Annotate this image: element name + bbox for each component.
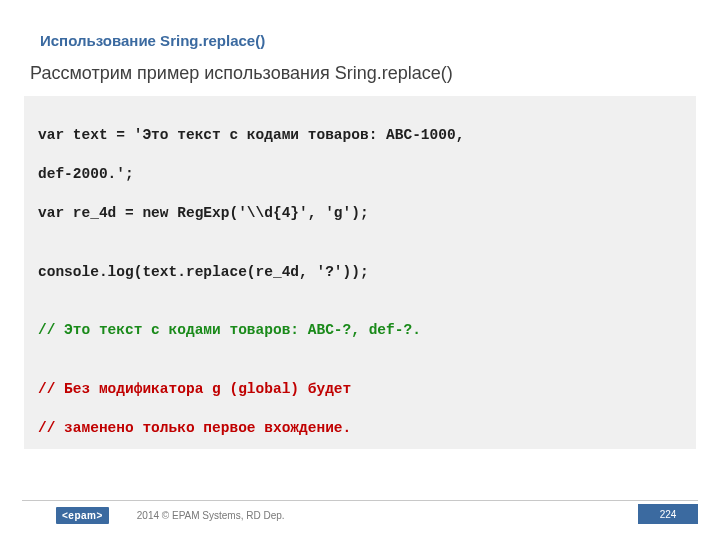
slide-subtitle: Рассмотрим пример использования Sring.re… bbox=[0, 49, 720, 84]
footer-divider bbox=[22, 500, 698, 501]
footer-content: <epam> 2014 © EPAM Systems, RD Dep. 224 bbox=[0, 507, 720, 524]
copyright-text: 2014 © EPAM Systems, RD Dep. bbox=[137, 510, 285, 521]
footer: <epam> 2014 © EPAM Systems, RD Dep. 224 bbox=[0, 500, 720, 526]
code-line: var text = 'Это текст с кодами товаров: … bbox=[38, 126, 682, 146]
code-line: console.log(text.replace(re_4d, '?')); bbox=[38, 263, 682, 283]
code-comment-output: // Это текст с кодами товаров: ABC-?, de… bbox=[38, 321, 682, 341]
code-line: def-2000.'; bbox=[38, 165, 682, 185]
slide: Использование Sring.replace() Рассмотрим… bbox=[0, 0, 720, 540]
code-comment-note: // Без модификатора g (global) будет bbox=[38, 380, 682, 400]
slide-title: Использование Sring.replace() bbox=[0, 0, 720, 49]
code-line: var re_4d = new RegExp('\\d{4}', 'g'); bbox=[38, 204, 682, 224]
page-number-badge: 224 bbox=[638, 504, 698, 524]
code-block: var text = 'Это текст с кодами товаров: … bbox=[24, 96, 696, 449]
code-comment-note: // заменено только первое вхождение. bbox=[38, 419, 682, 439]
page-number: 224 bbox=[660, 509, 677, 520]
epam-logo: <epam> bbox=[56, 507, 109, 524]
